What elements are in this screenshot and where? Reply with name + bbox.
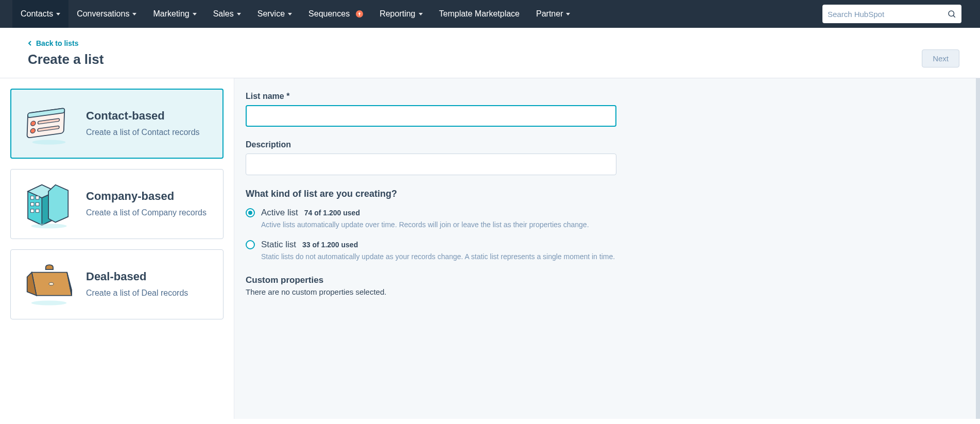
chevron-down-icon <box>288 13 292 15</box>
chevron-down-icon <box>566 13 570 15</box>
svg-line-1 <box>953 15 955 17</box>
svg-rect-15 <box>36 202 39 206</box>
back-link[interactable]: Back to lists <box>28 39 104 47</box>
main: Contact-based Create a list of Contact r… <box>0 78 980 419</box>
nav-contacts[interactable]: Contacts <box>12 0 68 28</box>
radio-icon <box>246 208 255 217</box>
search-box[interactable] <box>822 5 961 23</box>
svg-marker-18 <box>48 185 68 223</box>
svg-point-0 <box>949 11 954 16</box>
description-input[interactable] <box>246 154 616 175</box>
radio-label: Active list <box>261 208 298 218</box>
nav-partner[interactable]: Partner <box>528 0 578 28</box>
svg-rect-13 <box>36 196 39 199</box>
chevron-down-icon <box>419 13 423 15</box>
list-name-label: List name * <box>246 92 969 101</box>
next-button[interactable]: Next <box>922 49 959 67</box>
card-title: Company-based <box>86 190 207 203</box>
nav-item-label: Sales <box>213 9 234 19</box>
svg-rect-12 <box>31 196 34 199</box>
nav-left: Contacts Conversations Marketing Sales S… <box>0 0 812 28</box>
contacts-book-icon <box>23 100 75 147</box>
svg-point-19 <box>31 224 66 228</box>
custom-properties-title: Custom properties <box>246 275 969 285</box>
nav-item-label: Template Marketplace <box>439 9 520 19</box>
building-icon <box>23 181 75 227</box>
nav-item-label: Conversations <box>77 9 129 19</box>
chevron-down-icon <box>132 13 136 15</box>
list-name-input[interactable] <box>246 105 616 127</box>
nav-item-label: Partner <box>536 9 563 19</box>
card-desc: Create a list of Deal records <box>86 287 188 299</box>
chevron-down-icon <box>56 13 60 15</box>
svg-rect-17 <box>36 209 39 212</box>
nav-item-label: Sequences <box>308 9 350 19</box>
radio-static-list[interactable]: Static list 33 of 1.200 used <box>246 240 969 250</box>
nav-item-label: Marketing <box>153 9 189 19</box>
list-type-cards: Contact-based Create a list of Contact r… <box>0 78 234 419</box>
svg-point-23 <box>49 282 54 285</box>
card-contact-based[interactable]: Contact-based Create a list of Contact r… <box>10 89 223 159</box>
radio-active-list[interactable]: Active list 74 of 1.200 used <box>246 208 969 218</box>
update-badge-icon <box>356 10 363 18</box>
list-kind-heading: What kind of list are you creating? <box>246 189 969 199</box>
radio-label: Static list <box>261 240 296 250</box>
usage-text: 74 of 1.200 used <box>304 209 360 217</box>
nav-item-label: Contacts <box>21 9 53 19</box>
nav-conversations[interactable]: Conversations <box>68 0 145 28</box>
card-company-based[interactable]: Company-based Create a list of Company r… <box>10 169 223 239</box>
nav-item-label: Service <box>257 9 285 19</box>
chevron-down-icon <box>193 13 197 15</box>
radio-icon <box>246 240 255 249</box>
nav-reporting[interactable]: Reporting <box>371 0 431 28</box>
chevron-down-icon <box>237 13 241 15</box>
card-title: Contact-based <box>86 109 200 123</box>
svg-point-24 <box>31 301 66 306</box>
page-title: Create a list <box>28 52 104 67</box>
card-desc: Create a list of Company records <box>86 207 207 218</box>
svg-rect-16 <box>31 209 34 212</box>
usage-text: 33 of 1.200 used <box>302 241 358 249</box>
card-desc: Create a list of Contact records <box>86 127 200 138</box>
page-header: Back to lists Create a list Next <box>0 28 980 78</box>
description-label: Description <box>246 140 969 149</box>
svg-point-8 <box>32 140 66 145</box>
radio-help: Active lists automatically update over t… <box>261 220 632 230</box>
nav-right <box>812 0 972 28</box>
back-link-label: Back to lists <box>36 39 78 47</box>
nav-template-marketplace[interactable]: Template Marketplace <box>431 0 528 28</box>
nav-service[interactable]: Service <box>249 0 300 28</box>
card-deal-based[interactable]: Deal-based Create a list of Deal records <box>10 249 223 319</box>
nav-marketing[interactable]: Marketing <box>145 0 204 28</box>
search-icon <box>947 9 956 19</box>
nav-sales[interactable]: Sales <box>205 0 249 28</box>
custom-properties-empty: There are no custom properties selected. <box>246 287 969 296</box>
card-title: Deal-based <box>86 270 188 283</box>
top-nav: Contacts Conversations Marketing Sales S… <box>0 0 980 28</box>
radio-help: Static lists do not automatically update… <box>261 252 632 262</box>
nav-sequences[interactable]: Sequences <box>300 0 371 28</box>
form-panel: List name * Description What kind of lis… <box>234 78 980 419</box>
briefcase-icon <box>23 261 75 308</box>
nav-item-label: Reporting <box>380 9 415 19</box>
search-input[interactable] <box>828 10 947 19</box>
svg-rect-14 <box>31 202 34 206</box>
chevron-left-icon <box>28 41 33 46</box>
